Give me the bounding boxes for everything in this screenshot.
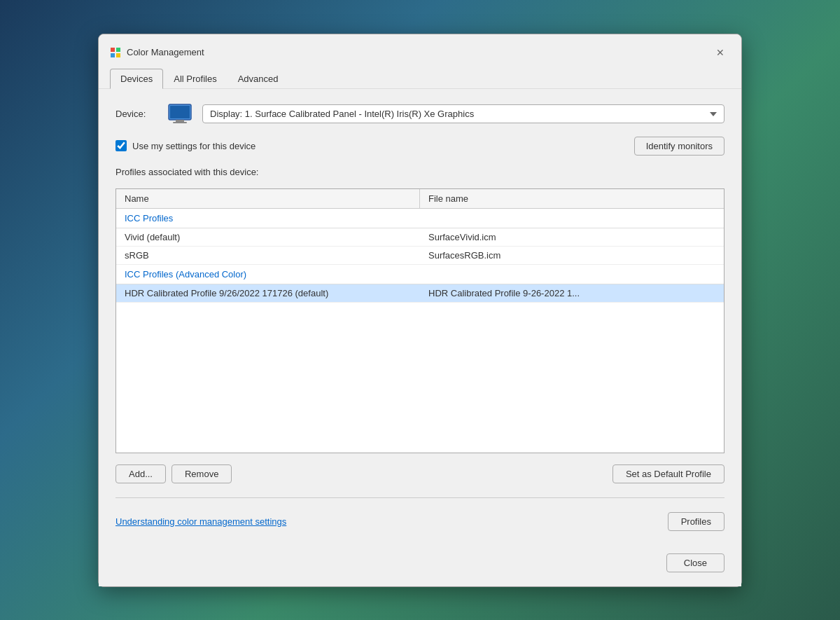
group-header-icc-advanced: ICC Profiles (Advanced Color): [116, 265, 724, 284]
tab-content: Device: Display: 1. Surface Calibrated P…: [99, 89, 741, 586]
checkbox-row: Use my settings for this device Identify…: [115, 137, 724, 156]
profiles-table: Name File name ICC Profiles Vivid (defau…: [115, 188, 724, 453]
svg-rect-0: [111, 48, 115, 52]
svg-rect-1: [116, 48, 120, 52]
device-label: Device:: [115, 109, 158, 119]
col-name: Name: [116, 189, 420, 208]
profiles-associated-label: Profiles associated with this device:: [115, 167, 724, 177]
table-body: ICC Profiles Vivid (default) SurfaceVivi…: [116, 209, 724, 412]
action-buttons-row: Add... Remove Set as Default Profile: [115, 464, 724, 483]
table-row[interactable]: HDR Calibrated Profile 9/26/2022 171726 …: [116, 284, 724, 303]
svg-rect-6: [176, 120, 184, 122]
use-settings-label: Use my settings for this device: [132, 141, 255, 151]
svg-rect-2: [111, 53, 115, 57]
profiles-button[interactable]: Profiles: [668, 512, 724, 531]
use-settings-checkbox[interactable]: [115, 140, 127, 151]
row-filename: HDR Calibrated Profile 9-26-2022 1...: [420, 284, 724, 302]
set-default-button[interactable]: Set as Default Profile: [612, 464, 724, 483]
footer-bottom: Close: [115, 553, 724, 572]
tab-all-profiles[interactable]: All Profiles: [163, 69, 227, 89]
window-title: Color Management: [127, 47, 204, 57]
remove-button[interactable]: Remove: [172, 464, 232, 483]
color-management-window: Color Management ✕ Devices All Profiles …: [98, 34, 742, 587]
table-row[interactable]: sRGB SurfacesRGB.icm: [116, 247, 724, 265]
row-name: sRGB: [116, 247, 420, 264]
col-filename: File name: [420, 189, 724, 208]
tab-advanced[interactable]: Advanced: [227, 69, 289, 89]
footer-row: Understanding color management settings …: [115, 512, 724, 537]
device-dropdown-wrapper: Display: 1. Surface Calibrated Panel - I…: [202, 104, 724, 123]
group-header-icc: ICC Profiles: [116, 209, 724, 228]
row-name: Vivid (default): [116, 228, 420, 246]
svg-rect-3: [116, 53, 120, 57]
row-filename: SurfaceVivid.icm: [420, 228, 724, 246]
device-dropdown[interactable]: Display: 1. Surface Calibrated Panel - I…: [202, 104, 724, 123]
table-row[interactable]: Vivid (default) SurfaceVivid.icm: [116, 228, 724, 247]
close-button[interactable]: Close: [666, 553, 724, 572]
monitor-icon: [166, 103, 194, 125]
title-bar: Color Management ✕ Devices All Profiles …: [99, 34, 741, 89]
row-name: HDR Calibrated Profile 9/26/2022 171726 …: [116, 284, 420, 302]
window-close-button[interactable]: ✕: [710, 43, 730, 62]
tab-devices[interactable]: Devices: [110, 69, 163, 89]
tab-bar: Devices All Profiles Advanced: [110, 68, 730, 88]
color-management-link[interactable]: Understanding color management settings: [115, 516, 286, 527]
add-button[interactable]: Add...: [115, 464, 166, 483]
device-row: Device: Display: 1. Surface Calibrated P…: [115, 103, 724, 125]
identify-monitors-button[interactable]: Identify monitors: [634, 137, 724, 156]
table-header: Name File name: [116, 189, 724, 209]
footer-divider: [115, 497, 724, 498]
row-filename: SurfacesRGB.icm: [420, 247, 724, 264]
svg-rect-5: [170, 106, 190, 118]
svg-rect-7: [173, 122, 187, 123]
app-icon: [110, 47, 121, 58]
